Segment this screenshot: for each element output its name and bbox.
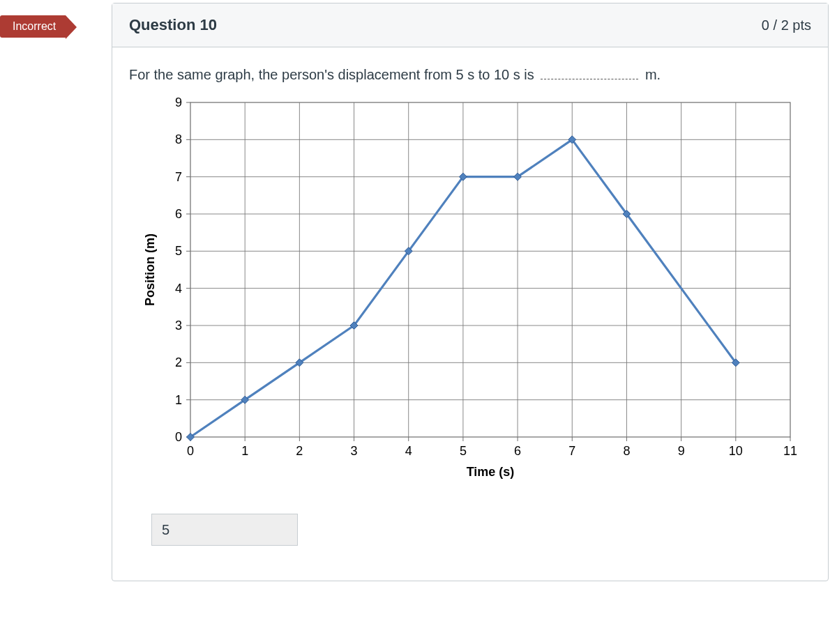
svg-text:7: 7 <box>568 444 575 458</box>
question-header: Question 10 0 / 2 pts <box>112 3 828 47</box>
svg-text:3: 3 <box>351 444 358 458</box>
svg-text:Position (m): Position (m) <box>143 233 157 306</box>
page: Incorrect Question 10 0 / 2 pts For the … <box>0 0 837 644</box>
status-badge-incorrect: Incorrect <box>0 15 66 38</box>
svg-text:5: 5 <box>460 444 467 458</box>
question-card: Question 10 0 / 2 pts For the same graph… <box>112 3 829 581</box>
question-prompt: For the same graph, the person's displac… <box>129 67 811 83</box>
svg-text:2: 2 <box>175 355 182 369</box>
svg-text:0: 0 <box>187 444 194 458</box>
status-badge-text: Incorrect <box>13 20 56 32</box>
svg-text:4: 4 <box>405 444 412 458</box>
chart: 012345678910110123456789Time (s)Position… <box>135 95 804 486</box>
answer-value: 5 <box>162 522 169 538</box>
svg-text:Time (s): Time (s) <box>467 465 515 479</box>
svg-text:11: 11 <box>783 444 797 458</box>
question-body: For the same graph, the person's displac… <box>112 47 828 581</box>
prompt-pre: For the same graph, the person's displac… <box>129 67 538 82</box>
svg-text:8: 8 <box>623 444 630 458</box>
svg-text:5: 5 <box>175 244 182 258</box>
svg-text:0: 0 <box>175 430 182 444</box>
prompt-blank <box>541 79 638 79</box>
question-points: 0 / 2 pts <box>762 17 811 33</box>
svg-text:2: 2 <box>296 444 303 458</box>
svg-text:10: 10 <box>729 444 743 458</box>
svg-text:4: 4 <box>175 282 182 296</box>
prompt-post: m. <box>641 67 661 82</box>
svg-text:9: 9 <box>175 95 182 109</box>
svg-text:3: 3 <box>175 319 182 332</box>
svg-rect-0 <box>190 102 790 437</box>
position-time-chart: 012345678910110123456789Time (s)Position… <box>135 95 804 486</box>
svg-text:9: 9 <box>678 444 685 458</box>
svg-text:1: 1 <box>241 444 248 458</box>
svg-text:6: 6 <box>175 207 182 221</box>
svg-text:7: 7 <box>175 170 182 184</box>
svg-text:8: 8 <box>175 132 182 146</box>
svg-text:1: 1 <box>175 393 182 407</box>
question-title: Question 10 <box>129 16 217 34</box>
answer-input[interactable]: 5 <box>151 514 298 546</box>
svg-text:6: 6 <box>514 444 521 458</box>
